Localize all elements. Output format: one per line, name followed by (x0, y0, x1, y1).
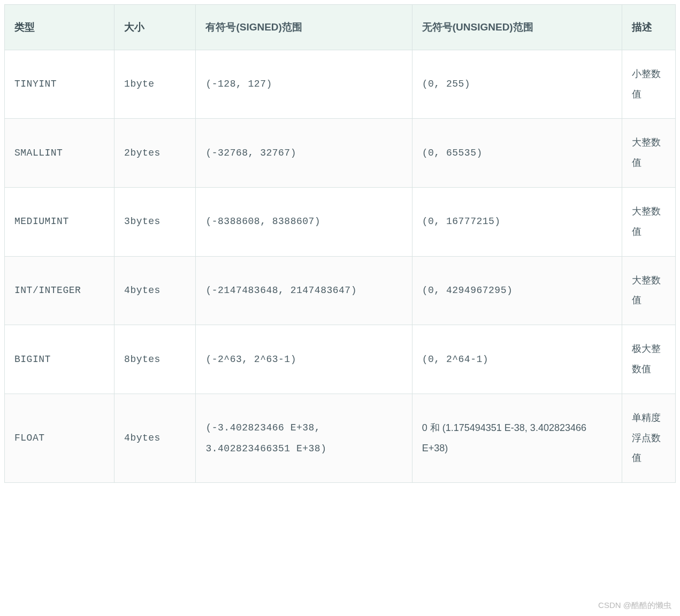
cell-value: (-3.402823466 E+38, 3.402823466351 E+38) (205, 422, 326, 454)
cell-value: (0, 65535) (422, 148, 483, 158)
col-desc: 描述 (622, 5, 676, 50)
cell-value: 2bytes (124, 148, 161, 158)
cell-value: (0, 2^64-1) (422, 354, 488, 365)
col-type: 类型 (5, 5, 114, 50)
cell-value: (-2147483648, 2147483647) (205, 285, 357, 296)
col-unsigned: 无符号(UNSIGNED)范围 (412, 5, 622, 50)
cell-value: 4bytes (124, 285, 161, 296)
cell-value: SMALLINT (14, 148, 63, 158)
cell-value: 0 和 (1.175494351 E-38, 3.402823466 E+38) (422, 422, 586, 453)
cell-size: 4bytes (114, 394, 196, 482)
cell-value: 1byte (124, 79, 155, 89)
cell-size: 2bytes (114, 119, 196, 188)
cell-type: INT/INTEGER (5, 256, 114, 325)
cell-unsigned: (0, 4294967295) (412, 256, 622, 325)
datatype-table: 类型 大小 有符号(SIGNED)范围 无符号(UNSIGNED)范围 描述 T… (4, 4, 676, 483)
table-row: SMALLINT 2bytes (-32768, 32767) (0, 6553… (5, 119, 676, 188)
cell-signed: (-3.402823466 E+38, 3.402823466351 E+38) (196, 394, 412, 482)
cell-signed: (-2147483648, 2147483647) (196, 256, 412, 325)
cell-unsigned: 0 和 (1.175494351 E-38, 3.402823466 E+38) (412, 394, 622, 482)
cell-type: BIGINT (5, 325, 114, 394)
cell-unsigned: (0, 2^64-1) (412, 325, 622, 394)
cell-unsigned: (0, 65535) (412, 119, 622, 188)
cell-value: (0, 16777215) (422, 216, 501, 227)
header-label: 类型 (14, 21, 35, 33)
cell-value: TINYINT (14, 79, 57, 89)
cell-desc: 大整数值 (622, 256, 676, 325)
header-label: 大小 (124, 21, 144, 33)
cell-value: 单精度浮点数值 (632, 412, 661, 464)
cell-value: 8bytes (124, 354, 161, 365)
cell-size: 3bytes (114, 188, 196, 257)
cell-type: MEDIUMINT (5, 188, 114, 257)
col-signed: 有符号(SIGNED)范围 (196, 5, 412, 50)
cell-value: INT/INTEGER (14, 285, 81, 296)
cell-value: (-32768, 32767) (205, 148, 296, 158)
cell-value: 大整数值 (632, 275, 661, 306)
cell-value: 大整数值 (632, 206, 661, 237)
cell-desc: 大整数值 (622, 188, 676, 257)
table-row: TINYINT 1byte (-128, 127) (0, 255) 小整数值 (5, 50, 676, 119)
cell-desc: 极大整数值 (622, 325, 676, 394)
cell-type: TINYINT (5, 50, 114, 119)
cell-value: 3bytes (124, 216, 161, 227)
cell-signed: (-2^63, 2^63-1) (196, 325, 412, 394)
table-row: BIGINT 8bytes (-2^63, 2^63-1) (0, 2^64-1… (5, 325, 676, 394)
header-label: 有符号(SIGNED)范围 (205, 21, 302, 33)
cell-value: 大整数值 (632, 137, 661, 168)
cell-unsigned: (0, 16777215) (412, 188, 622, 257)
table-header-row: 类型 大小 有符号(SIGNED)范围 无符号(UNSIGNED)范围 描述 (5, 5, 676, 50)
cell-value: (-2^63, 2^63-1) (205, 354, 296, 365)
cell-value: MEDIUMINT (14, 216, 69, 227)
cell-signed: (-8388608, 8388607) (196, 188, 412, 257)
cell-value: 4bytes (124, 433, 161, 443)
cell-value: (-128, 127) (205, 79, 272, 89)
table-row: MEDIUMINT 3bytes (-8388608, 8388607) (0,… (5, 188, 676, 257)
cell-value: FLOAT (14, 433, 45, 443)
cell-size: 1byte (114, 50, 196, 119)
cell-signed: (-128, 127) (196, 50, 412, 119)
table-row: INT/INTEGER 4bytes (-2147483648, 2147483… (5, 256, 676, 325)
header-label: 无符号(UNSIGNED)范围 (422, 21, 533, 33)
cell-size: 8bytes (114, 325, 196, 394)
header-label: 描述 (632, 21, 652, 33)
cell-desc: 单精度浮点数值 (622, 394, 676, 482)
cell-type: FLOAT (5, 394, 114, 482)
cell-desc: 大整数值 (622, 119, 676, 188)
cell-desc: 小整数值 (622, 50, 676, 119)
cell-value: (0, 4294967295) (422, 285, 513, 296)
col-size: 大小 (114, 5, 196, 50)
cell-value: 小整数值 (632, 68, 661, 99)
cell-value: (0, 255) (422, 79, 470, 89)
cell-value: BIGINT (14, 354, 51, 365)
cell-signed: (-32768, 32767) (196, 119, 412, 188)
cell-size: 4bytes (114, 256, 196, 325)
cell-value: 极大整数值 (632, 343, 661, 374)
cell-value: (-8388608, 8388607) (205, 216, 320, 227)
cell-unsigned: (0, 255) (412, 50, 622, 119)
table-row: FLOAT 4bytes (-3.402823466 E+38, 3.40282… (5, 394, 676, 482)
cell-type: SMALLINT (5, 119, 114, 188)
